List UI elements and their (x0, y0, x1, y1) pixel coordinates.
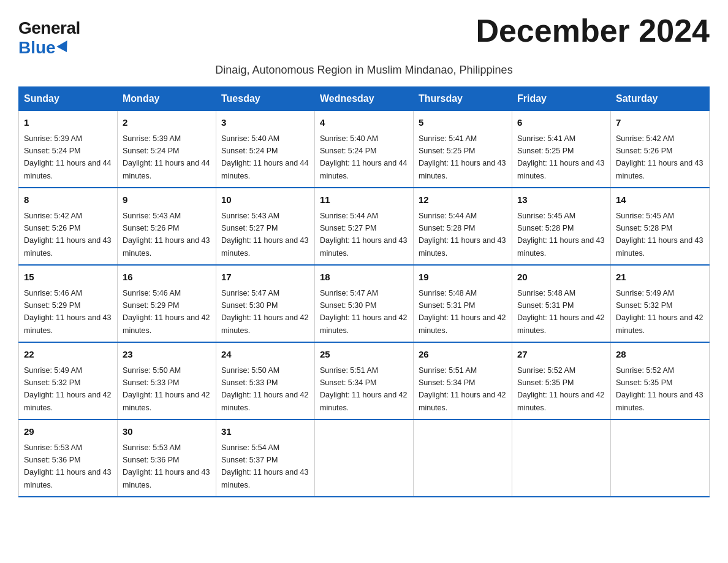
calendar-day-cell (512, 419, 611, 497)
day-of-week-header: Wednesday (315, 87, 414, 111)
logo-blue: Blue (18, 38, 70, 58)
calendar-day-cell: 26 Sunrise: 5:51 AMSunset: 5:34 PMDaylig… (414, 342, 512, 419)
day-info: Sunrise: 5:39 AMSunset: 5:24 PMDaylight:… (24, 134, 111, 180)
calendar-day-cell: 28 Sunrise: 5:52 AMSunset: 5:35 PMDaylig… (611, 342, 710, 419)
day-number: 1 (24, 116, 112, 130)
day-info: Sunrise: 5:52 AMSunset: 5:35 PMDaylight:… (616, 366, 703, 412)
header: General Blue December 2024 (18, 12, 710, 58)
calendar-day-cell: 13 Sunrise: 5:45 AMSunset: 5:28 PMDaylig… (512, 188, 611, 265)
day-number: 26 (419, 348, 507, 362)
day-number: 5 (419, 116, 507, 130)
day-info: Sunrise: 5:53 AMSunset: 5:36 PMDaylight:… (24, 443, 111, 489)
day-info: Sunrise: 5:49 AMSunset: 5:32 PMDaylight:… (616, 289, 703, 335)
day-info: Sunrise: 5:40 AMSunset: 5:24 PMDaylight:… (221, 134, 308, 180)
calendar-day-cell: 30 Sunrise: 5:53 AMSunset: 5:36 PMDaylig… (118, 419, 216, 497)
calendar-day-cell: 25 Sunrise: 5:51 AMSunset: 5:34 PMDaylig… (315, 342, 414, 419)
day-number: 21 (616, 270, 704, 285)
calendar-day-cell: 12 Sunrise: 5:44 AMSunset: 5:28 PMDaylig… (414, 188, 512, 265)
day-number: 14 (616, 193, 704, 207)
calendar-body: 1 Sunrise: 5:39 AMSunset: 5:24 PMDayligh… (19, 111, 710, 497)
day-number: 18 (320, 270, 408, 285)
calendar-day-cell: 4 Sunrise: 5:40 AMSunset: 5:24 PMDayligh… (315, 111, 414, 188)
calendar-day-cell (315, 419, 414, 497)
day-number: 8 (24, 193, 112, 207)
day-of-week-header: Saturday (611, 87, 710, 111)
day-number: 10 (221, 193, 309, 207)
calendar-day-cell: 14 Sunrise: 5:45 AMSunset: 5:28 PMDaylig… (611, 188, 710, 265)
calendar-day-cell: 7 Sunrise: 5:42 AMSunset: 5:26 PMDayligh… (611, 111, 710, 188)
calendar-day-cell: 8 Sunrise: 5:42 AMSunset: 5:26 PMDayligh… (19, 188, 118, 265)
day-info: Sunrise: 5:54 AMSunset: 5:37 PMDaylight:… (221, 443, 308, 489)
logo-general: General (18, 18, 80, 38)
calendar-day-cell: 10 Sunrise: 5:43 AMSunset: 5:27 PMDaylig… (216, 188, 315, 265)
calendar-day-cell: 2 Sunrise: 5:39 AMSunset: 5:24 PMDayligh… (118, 111, 216, 188)
day-number: 24 (221, 348, 309, 362)
calendar-day-cell: 27 Sunrise: 5:52 AMSunset: 5:35 PMDaylig… (512, 342, 611, 419)
calendar-day-cell: 23 Sunrise: 5:50 AMSunset: 5:33 PMDaylig… (118, 342, 216, 419)
day-of-week-header: Thursday (414, 87, 512, 111)
day-number: 16 (123, 270, 211, 285)
calendar-week-row: 15 Sunrise: 5:46 AMSunset: 5:29 PMDaylig… (19, 265, 710, 342)
day-number: 17 (221, 270, 309, 285)
day-number: 25 (320, 348, 408, 362)
day-number: 2 (123, 116, 211, 130)
day-of-week-header: Friday (512, 87, 611, 111)
calendar-table: SundayMondayTuesdayWednesdayThursdayFrid… (18, 86, 710, 497)
day-info: Sunrise: 5:53 AMSunset: 5:36 PMDaylight:… (123, 443, 210, 489)
day-info: Sunrise: 5:45 AMSunset: 5:28 PMDaylight:… (616, 212, 703, 258)
calendar-day-cell: 22 Sunrise: 5:49 AMSunset: 5:32 PMDaylig… (19, 342, 118, 419)
day-number: 9 (123, 193, 211, 207)
day-info: Sunrise: 5:45 AMSunset: 5:28 PMDaylight:… (517, 212, 604, 258)
day-info: Sunrise: 5:47 AMSunset: 5:30 PMDaylight:… (221, 289, 308, 335)
day-of-week-header: Tuesday (216, 87, 315, 111)
day-number: 29 (24, 425, 112, 439)
day-info: Sunrise: 5:52 AMSunset: 5:35 PMDaylight:… (517, 366, 604, 412)
day-number: 7 (616, 116, 704, 130)
day-number: 13 (517, 193, 605, 207)
day-number: 23 (123, 348, 211, 362)
calendar-day-cell: 18 Sunrise: 5:47 AMSunset: 5:30 PMDaylig… (315, 265, 414, 342)
day-info: Sunrise: 5:51 AMSunset: 5:34 PMDaylight:… (419, 366, 506, 412)
day-number: 4 (320, 116, 408, 130)
day-info: Sunrise: 5:50 AMSunset: 5:33 PMDaylight:… (221, 366, 308, 412)
day-number: 27 (517, 348, 605, 362)
day-number: 31 (221, 425, 309, 439)
calendar-day-cell: 20 Sunrise: 5:48 AMSunset: 5:31 PMDaylig… (512, 265, 611, 342)
day-info: Sunrise: 5:43 AMSunset: 5:27 PMDaylight:… (221, 212, 308, 258)
day-number: 6 (517, 116, 605, 130)
day-info: Sunrise: 5:48 AMSunset: 5:31 PMDaylight:… (517, 289, 604, 335)
day-info: Sunrise: 5:39 AMSunset: 5:24 PMDaylight:… (123, 134, 210, 180)
day-info: Sunrise: 5:47 AMSunset: 5:30 PMDaylight:… (320, 289, 407, 335)
day-info: Sunrise: 5:50 AMSunset: 5:33 PMDaylight:… (123, 366, 210, 412)
day-number: 28 (616, 348, 704, 362)
calendar-day-cell: 21 Sunrise: 5:49 AMSunset: 5:32 PMDaylig… (611, 265, 710, 342)
day-info: Sunrise: 5:51 AMSunset: 5:34 PMDaylight:… (320, 366, 407, 412)
calendar-week-row: 22 Sunrise: 5:49 AMSunset: 5:32 PMDaylig… (19, 342, 710, 419)
calendar-day-cell (414, 419, 512, 497)
calendar-week-row: 29 Sunrise: 5:53 AMSunset: 5:36 PMDaylig… (19, 419, 710, 497)
calendar-day-cell: 9 Sunrise: 5:43 AMSunset: 5:26 PMDayligh… (118, 188, 216, 265)
day-info: Sunrise: 5:46 AMSunset: 5:29 PMDaylight:… (123, 289, 210, 335)
day-info: Sunrise: 5:42 AMSunset: 5:26 PMDaylight:… (24, 212, 111, 258)
calendar-week-row: 8 Sunrise: 5:42 AMSunset: 5:26 PMDayligh… (19, 188, 710, 265)
day-number: 30 (123, 425, 211, 439)
calendar-day-cell: 17 Sunrise: 5:47 AMSunset: 5:30 PMDaylig… (216, 265, 315, 342)
day-number: 3 (221, 116, 309, 130)
day-info: Sunrise: 5:44 AMSunset: 5:28 PMDaylight:… (419, 212, 506, 258)
calendar-day-cell: 31 Sunrise: 5:54 AMSunset: 5:37 PMDaylig… (216, 419, 315, 497)
calendar-day-cell: 11 Sunrise: 5:44 AMSunset: 5:27 PMDaylig… (315, 188, 414, 265)
calendar-day-cell: 3 Sunrise: 5:40 AMSunset: 5:24 PMDayligh… (216, 111, 315, 188)
calendar-day-cell: 6 Sunrise: 5:41 AMSunset: 5:25 PMDayligh… (512, 111, 611, 188)
calendar-day-cell: 19 Sunrise: 5:48 AMSunset: 5:31 PMDaylig… (414, 265, 512, 342)
day-info: Sunrise: 5:43 AMSunset: 5:26 PMDaylight:… (123, 212, 210, 258)
calendar-header-row: SundayMondayTuesdayWednesdayThursdayFrid… (19, 87, 710, 111)
calendar-day-cell: 16 Sunrise: 5:46 AMSunset: 5:29 PMDaylig… (118, 265, 216, 342)
calendar-day-cell (611, 419, 710, 497)
logo-triangle-icon (56, 40, 72, 55)
day-of-week-header: Sunday (19, 87, 118, 111)
day-number: 12 (419, 193, 507, 207)
day-of-week-header: Monday (118, 87, 216, 111)
day-number: 20 (517, 270, 605, 285)
day-info: Sunrise: 5:40 AMSunset: 5:24 PMDaylight:… (320, 134, 407, 180)
calendar-day-cell: 24 Sunrise: 5:50 AMSunset: 5:33 PMDaylig… (216, 342, 315, 419)
